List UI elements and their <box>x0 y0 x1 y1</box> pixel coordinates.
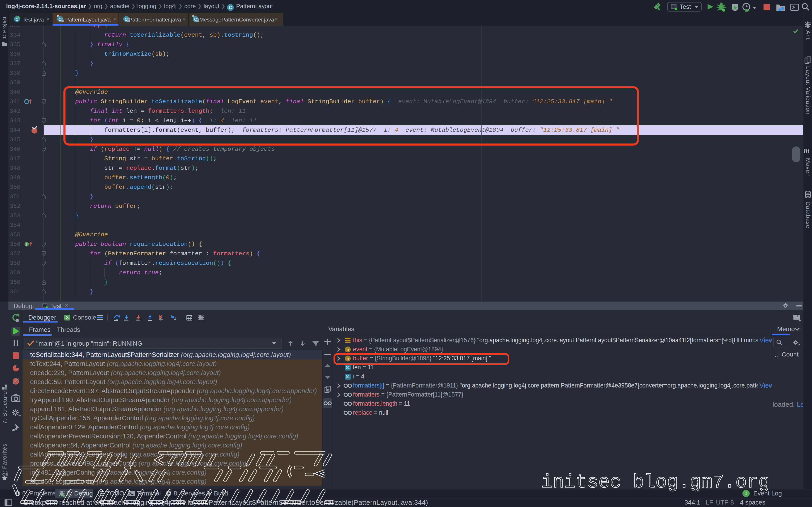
svg-text:01: 01 <box>346 375 350 379</box>
svg-text:p: p <box>346 347 349 352</box>
svg-text:Test: Test <box>680 3 691 10</box>
svg-text:I: I <box>26 243 28 246</box>
svg-text:01: 01 <box>346 366 350 370</box>
